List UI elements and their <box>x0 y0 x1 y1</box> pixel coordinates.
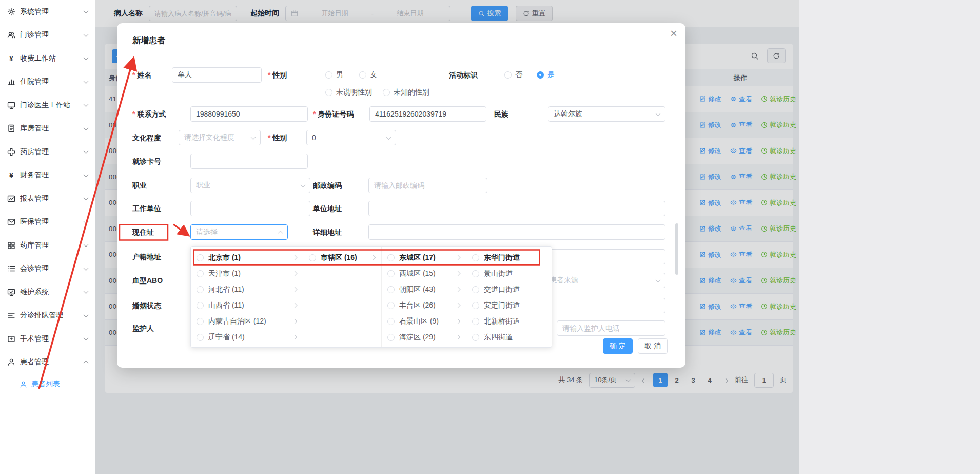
sidebar-item-finance[interactable]: ¥财务管理 <box>0 164 95 187</box>
gender-radio-unknown[interactable]: 未知的性别 <box>383 85 429 100</box>
cascader-option[interactable]: 朝阳区 (43) <box>382 281 466 297</box>
cascader-option[interactable]: 北京市 (1) <box>191 250 303 266</box>
sidebar-subitem-patient-list[interactable]: 患者列表 <box>0 374 95 394</box>
guardian-label: 监护人 <box>132 320 154 336</box>
cascader-option[interactable]: 交道口街道 <box>466 281 552 297</box>
contact-input[interactable] <box>190 106 308 122</box>
sidebar-item-patient[interactable]: 患者管理 <box>0 351 95 374</box>
card-no-input[interactable] <box>190 154 308 169</box>
active-flag-label: 活动标识 <box>449 67 478 83</box>
ethnicity-select[interactable]: 达斡尔族 <box>548 106 665 122</box>
name-label: 姓名 <box>132 67 151 83</box>
mail-icon <box>7 218 15 226</box>
work-unit-input[interactable] <box>190 201 310 216</box>
occupation-select[interactable]: 职业 <box>190 178 310 193</box>
gender2-select[interactable]: 0 <box>306 130 396 145</box>
close-icon[interactable]: × <box>670 27 677 40</box>
cascader-option[interactable]: 东城区 (17) <box>382 250 466 266</box>
monitor-icon <box>7 101 15 109</box>
radio-icon <box>197 254 204 261</box>
cascader-option[interactable]: 东四街道 <box>466 329 552 345</box>
radio-icon <box>383 89 390 96</box>
cascader-option[interactable]: 西城区 (15) <box>382 266 466 281</box>
patient-icon <box>7 358 15 366</box>
cascader-option[interactable]: 景山街道 <box>466 266 552 281</box>
address-cascader-dropdown: 北京市 (1)天津市 (1)河北省 (11)山西省 (11)内蒙古自治区 (12… <box>190 246 552 348</box>
guardian-phone-input[interactable] <box>557 320 665 336</box>
modal-scrollbar[interactable] <box>675 223 678 275</box>
cascader-option[interactable]: 辽宁省 (14) <box>191 329 303 345</box>
education-select[interactable]: 请选择文化程度 <box>179 130 261 145</box>
cascader-option[interactable]: 东华门街道 <box>466 250 552 266</box>
cascader-option[interactable]: 山西省 (11) <box>191 297 303 313</box>
sidebar-menu: 系统管理门诊管理¥收费工作站住院管理门诊医生工作站库房管理药房管理¥财务管理报表… <box>0 0 95 394</box>
radio-icon <box>472 318 479 325</box>
gender-radio-unstated[interactable]: 未说明性别 <box>325 85 372 100</box>
chevron-up-icon <box>84 361 89 366</box>
confirm-button[interactable]: 确 定 <box>603 338 633 354</box>
radio-icon <box>472 334 479 341</box>
detail-address-label: 详细地址 <box>313 224 342 240</box>
sidebar-item-consultation[interactable]: 会诊管理 <box>0 257 95 281</box>
chevron-down-icon <box>84 172 89 177</box>
id-number-input[interactable] <box>369 106 486 122</box>
chevron-down-icon <box>84 8 89 13</box>
sidebar-item-drug-storage[interactable]: 药库管理 <box>0 234 95 257</box>
sidebar-item-report[interactable]: 报表管理 <box>0 187 95 211</box>
unit-address-input[interactable] <box>368 201 665 216</box>
sidebar-item-system[interactable]: 系统管理 <box>0 0 95 24</box>
sidebar-item-inpatient[interactable]: 住院管理 <box>0 70 95 94</box>
cascader-option[interactable]: 丰台区 (26) <box>382 297 466 313</box>
name-input[interactable] <box>172 67 262 83</box>
sidebar-item-surgery[interactable]: 手术管理 <box>0 327 95 351</box>
gender-radio-female[interactable]: 女 <box>359 67 377 83</box>
cascader-option[interactable]: 天津市 (1) <box>191 266 303 281</box>
card-no-label: 就诊卡号 <box>132 154 161 169</box>
cascader-column-4: 东华门街道景山街道交道口街道安定门街道北新桥街道东四街道 <box>466 247 552 347</box>
radio-icon <box>472 286 479 293</box>
gender-radio-male[interactable]: 男 <box>325 67 343 83</box>
chevron-right-icon <box>456 303 461 308</box>
chevron-down-icon <box>656 277 661 282</box>
sidebar-item-outpatient[interactable]: 门诊管理 <box>0 24 95 47</box>
chevron-down-icon <box>84 148 89 154</box>
postal-code-input[interactable] <box>368 178 487 193</box>
contact-label: 联系方式 <box>132 106 166 122</box>
cascader-column-1: 北京市 (1)天津市 (1)河北省 (11)山西省 (11)内蒙古自治区 (12… <box>191 247 303 347</box>
chevron-right-icon <box>456 319 461 324</box>
sidebar-item-warehouse[interactable]: 库房管理 <box>0 117 95 141</box>
report-icon <box>7 195 15 203</box>
add-patient-modal: 新增患者 × 姓名 性别 男 女 活动标识 否 是 未说明性别 未知的性别 联系… <box>117 23 685 368</box>
sidebar-item-insurance[interactable]: 医保管理 <box>0 211 95 234</box>
cascader-option[interactable]: 安定门街道 <box>466 297 552 313</box>
chevron-right-icon <box>292 287 298 292</box>
sidebar-item-maintenance[interactable]: 维护系统 <box>0 280 95 304</box>
cascader-column-3: 东城区 (17)西城区 (15)朝阳区 (43)丰台区 (26)石景山区 (9)… <box>382 247 466 347</box>
queue-icon <box>7 311 15 319</box>
sidebar-item-doctor-station[interactable]: 门诊医生工作站 <box>0 93 95 117</box>
cascader-option[interactable]: 内蒙古自治区 (12) <box>191 313 303 329</box>
cascader-option[interactable]: 北新桥街道 <box>466 313 552 329</box>
chevron-right-icon <box>292 319 298 324</box>
list-icon <box>7 264 15 273</box>
active-flag-radio-no[interactable]: 否 <box>504 67 522 83</box>
chevron-down-icon <box>84 195 89 200</box>
radio-icon <box>387 270 395 277</box>
radio-icon <box>197 318 204 325</box>
sidebar-item-pharmacy[interactable]: 药房管理 <box>0 140 95 164</box>
sidebar: 系统管理门诊管理¥收费工作站住院管理门诊医生工作站库房管理药房管理¥财务管理报表… <box>0 0 95 474</box>
current-address-select[interactable]: 请选择 <box>190 224 288 240</box>
cascader-option[interactable]: 市辖区 (16) <box>303 250 381 266</box>
sidebar-item-charge-station[interactable]: ¥收费工作站 <box>0 47 95 70</box>
detail-address-input[interactable] <box>368 224 665 240</box>
active-flag-radio-yes[interactable]: 是 <box>537 67 555 83</box>
current-address-label: 现住址 <box>132 224 154 240</box>
blood-type-label: 血型ABO <box>132 273 163 288</box>
cascader-option[interactable]: 石景山区 (9) <box>382 313 466 329</box>
cascader-option[interactable]: 海淀区 (29) <box>382 329 466 345</box>
cascader-column-2: 市辖区 (16) <box>303 247 382 347</box>
cascader-option[interactable]: 河北省 (11) <box>191 281 303 297</box>
cancel-button[interactable]: 取 消 <box>638 338 668 354</box>
sidebar-item-triage-queue[interactable]: 分诊排队管理 <box>0 304 95 328</box>
chevron-down-icon <box>656 111 661 116</box>
